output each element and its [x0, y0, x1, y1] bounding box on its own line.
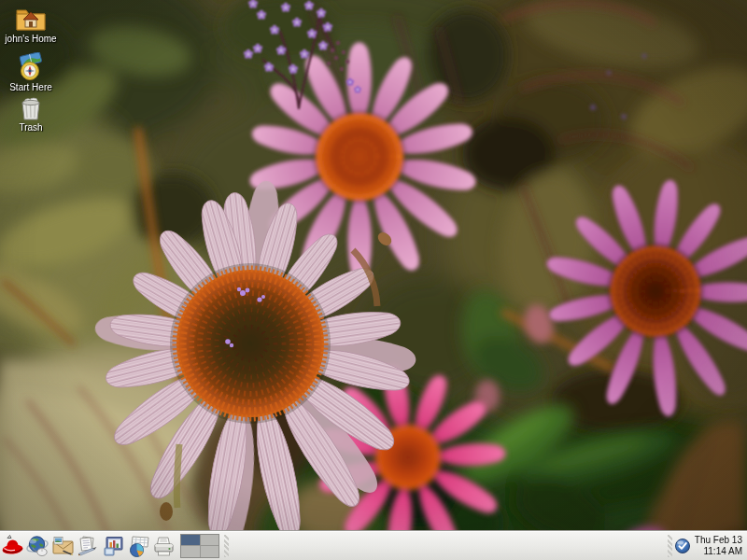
email-button[interactable] [50, 531, 76, 560]
home-folder-icon [14, 4, 48, 33]
desktop-icon-label: Start Here [9, 82, 52, 92]
desktop-icon-trash[interactable]: Trash [0, 93, 62, 133]
desktop-icon-start-here[interactable]: Start Here [0, 52, 62, 92]
main-menu-button[interactable] [0, 531, 25, 560]
workspace-4[interactable] [201, 546, 219, 557]
workspace-1[interactable] [181, 535, 200, 546]
trash-icon [18, 93, 44, 121]
presentation-chart-icon [102, 534, 126, 558]
workspace-switcher[interactable] [180, 534, 219, 558]
desktop-icon-label: john's Home [5, 34, 56, 44]
panel-drag-handle[interactable] [224, 535, 229, 557]
presentation-button[interactable] [101, 531, 126, 560]
desktop-icon-label: Trash [19, 122, 42, 133]
clock-date: Thu Feb 13 [695, 535, 742, 546]
notification-area-handle[interactable] [668, 535, 672, 557]
workspace-2[interactable] [201, 535, 219, 546]
start-here-icon [15, 52, 47, 81]
word-processor-button[interactable] [76, 531, 101, 560]
workspace-3[interactable] [181, 546, 200, 557]
web-browser-globe-mouse-icon [25, 534, 50, 558]
word-processor-pages-pen-icon [76, 534, 101, 558]
print-manager-button[interactable] [151, 531, 176, 560]
spreadsheet-pie-icon [127, 534, 151, 558]
wallpaper-image [0, 0, 747, 560]
desktop-icon-home[interactable]: john's Home [0, 4, 62, 44]
update-ok-check-icon[interactable] [674, 538, 691, 554]
desktop: john's Home Start Here Trash [0, 0, 747, 560]
red-hat-icon [0, 534, 25, 558]
printer-icon [151, 534, 176, 558]
email-envelope-icon [50, 534, 76, 558]
web-browser-button[interactable] [25, 531, 50, 560]
notification-area [674, 538, 691, 554]
clock-time: 11:14 AM [695, 546, 742, 557]
spreadsheet-button[interactable] [126, 531, 151, 560]
panel-clock[interactable]: Thu Feb 13 11:14 AM [695, 535, 742, 556]
taskbar-panel: Thu Feb 13 11:14 AM [0, 530, 747, 560]
